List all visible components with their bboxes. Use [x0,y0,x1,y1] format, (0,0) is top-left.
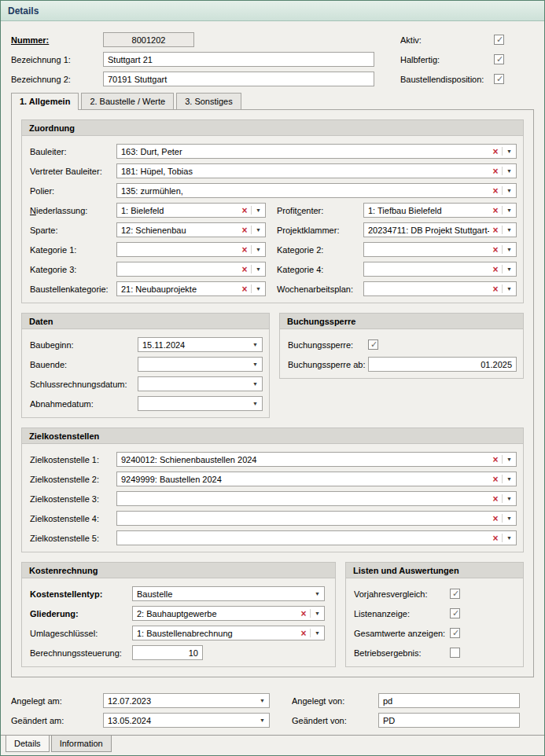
halbfertig-checkbox[interactable] [494,54,504,64]
listenanzeige-checkbox[interactable] [450,608,460,618]
chevron-down-icon[interactable]: ▼ [503,512,516,525]
gliederung-combo[interactable]: 2: Bauhauptgewerbe × ▼ [132,606,325,621]
clear-icon[interactable]: × [489,531,502,545]
vertreter-bauleiter-value: 181: Hüpel, Tobias [117,164,489,178]
niederlassung-combo[interactable]: 1: Bielefeld × ▼ [116,203,266,218]
umlageschluessel-combo[interactable]: 1: Baustellenabrechnung × ▼ [132,626,325,640]
zielkostenstelle1-combo[interactable]: 9240012: Schienenbaustellen 2024 × ▼ [116,452,517,467]
bottom-tab-information[interactable]: Information [51,736,112,752]
baustellendisposition-checkbox[interactable] [494,74,504,84]
chevron-down-icon[interactable]: ▼ [503,145,516,158]
kategorie1-combo[interactable]: × ▼ [116,242,266,257]
clear-icon[interactable]: × [489,512,502,525]
geaendert-am-datepicker[interactable]: 13.05.2024 ▼ [103,713,270,728]
clear-icon[interactable]: × [297,607,310,620]
zielkostenstelle2-combo[interactable]: 9249999: Baustellen 2024 × ▼ [116,472,517,486]
kategorie1-label: Kategorie 1: [30,245,116,255]
vorjahresvergleich-checkbox[interactable] [450,589,460,599]
clear-icon[interactable]: × [297,626,310,640]
clear-icon[interactable]: × [489,164,502,178]
kostenstellentyp-combo[interactable]: Baustelle ▼ [132,586,325,601]
chevron-down-icon[interactable]: ▼ [503,223,516,237]
clear-icon[interactable]: × [489,282,502,295]
clear-icon[interactable]: × [489,262,502,276]
angelegt-von-field[interactable]: pd [378,693,520,708]
chevron-down-icon[interactable]: ▼ [252,243,265,256]
zielkostenstelle4-combo[interactable]: × ▼ [116,511,517,526]
tab-allgemein[interactable]: 1. Allgemein [11,93,79,110]
chevron-down-icon[interactable]: ▼ [249,397,262,410]
chevron-down-icon[interactable]: ▼ [256,694,269,707]
abnahmedatum-datepicker[interactable]: ▼ [138,396,263,411]
chevron-down-icon[interactable]: ▼ [311,607,324,620]
clear-icon[interactable]: × [238,204,251,217]
chevron-down-icon[interactable]: ▼ [503,472,516,486]
kategorie4-combo[interactable]: × ▼ [363,262,517,277]
chevron-down-icon[interactable]: ▼ [311,587,324,600]
tab-baustelle-werte[interactable]: 2. Baustelle / Werte [81,93,174,109]
chevron-down-icon[interactable]: ▼ [503,164,516,178]
group-zuordnung: Zuordnung Bauleiter: 163: Durt, Peter × … [21,119,524,303]
chevron-down-icon[interactable]: ▼ [503,184,516,197]
bauende-datepicker[interactable]: ▼ [138,357,263,372]
chevron-down-icon[interactable]: ▼ [252,262,265,276]
projektklammer-combo[interactable]: 20234711: DB Projekt Stuttgart-Ulm × ▼ [363,222,517,237]
clear-icon[interactable]: × [489,204,502,217]
bottom-tab-details[interactable]: Details [6,736,50,752]
schlussrechnungsdatum-datepicker[interactable]: ▼ [138,376,263,391]
wochenarbeitsplan-combo[interactable]: × ▼ [363,281,517,296]
chevron-down-icon[interactable]: ▼ [503,243,516,256]
clear-icon[interactable]: × [489,145,502,158]
clear-icon[interactable]: × [489,223,502,237]
clear-icon[interactable]: × [489,453,502,466]
zielkostenstelle3-combo[interactable]: × ▼ [116,491,517,506]
geaendert-von-field[interactable]: PD [378,713,520,728]
baubeginn-datepicker[interactable]: 15.11.2024 ▼ [138,337,263,352]
chevron-down-icon[interactable]: ▼ [503,262,516,276]
clear-icon[interactable]: × [238,243,251,256]
chevron-down-icon[interactable]: ▼ [256,714,269,727]
clear-icon[interactable]: × [238,223,251,237]
bauleiter-combo[interactable]: 163: Durt, Peter × ▼ [116,144,517,159]
chevron-down-icon[interactable]: ▼ [503,204,516,217]
vertreter-bauleiter-combo[interactable]: 181: Hüpel, Tobias × ▼ [116,163,517,178]
chevron-down-icon[interactable]: ▼ [252,223,265,237]
baustellenkategorie-combo[interactable]: 21: Neubauprojekte × ▼ [116,281,266,296]
polier-combo[interactable]: 135: zurmühlen, × ▼ [116,183,517,198]
buchungssperre-checkbox[interactable] [368,339,378,350]
chevron-down-icon[interactable]: ▼ [249,338,262,351]
bezeichnung2-field[interactable]: 70191 Stuttgart [103,72,374,86]
chevron-down-icon[interactable]: ▼ [503,492,516,505]
chevron-down-icon[interactable]: ▼ [249,377,262,391]
chevron-down-icon[interactable]: ▼ [503,453,516,466]
chevron-down-icon[interactable]: ▼ [503,282,516,295]
clear-icon[interactable]: × [238,262,251,276]
chevron-down-icon[interactable]: ▼ [252,282,265,295]
aktiv-checkbox[interactable] [494,35,504,45]
bezeichnung2-value: 70191 Stuttgart [108,75,167,84]
angelegt-am-datepicker[interactable]: 12.07.2023 ▼ [103,693,270,708]
nummer-field[interactable]: 8001202 [103,32,194,47]
chevron-down-icon[interactable]: ▼ [503,531,516,545]
bezeichnung1-field[interactable]: Stuttgart 21 [103,52,374,67]
zielkostenstelle3-value [117,492,489,505]
tab-sonstiges[interactable]: 3. Sonstiges [176,93,241,109]
clear-icon[interactable]: × [238,282,251,295]
sparte-combo[interactable]: 12: Schienenbau × ▼ [116,222,266,237]
profitcenter-combo[interactable]: 1: Tiefbau Bielefeld × ▼ [363,203,517,218]
kategorie2-combo[interactable]: × ▼ [363,242,517,257]
zielkostenstelle5-combo[interactable]: × ▼ [116,530,517,545]
kategorie-1-2-row: Kategorie 1: × ▼ Kategorie 2: × ▼ [30,242,517,257]
chevron-down-icon[interactable]: ▼ [252,204,265,217]
betriebsergebnis-checkbox[interactable] [450,648,460,658]
clear-icon[interactable]: × [489,243,502,256]
chevron-down-icon[interactable]: ▼ [311,626,324,640]
kategorie3-combo[interactable]: × ▼ [116,262,266,277]
clear-icon[interactable]: × [489,184,502,197]
clear-icon[interactable]: × [489,472,502,486]
buchungssperre-ab-field[interactable]: 01.2025 [368,357,517,372]
chevron-down-icon[interactable]: ▼ [249,358,262,371]
gesamtwerte-anzeigen-checkbox[interactable] [450,628,460,638]
berechnungssteuerung-field[interactable]: 10 [132,645,203,660]
clear-icon[interactable]: × [489,492,502,505]
